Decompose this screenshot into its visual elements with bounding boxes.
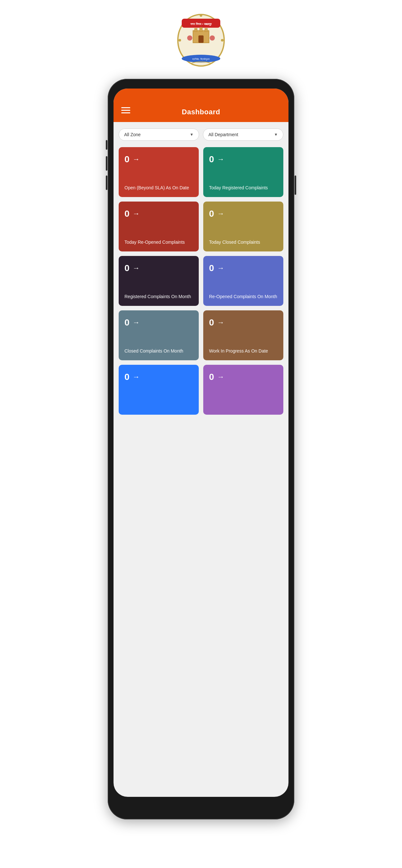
- card-arrow-icon: →: [133, 264, 140, 272]
- card-label: Today Registered Complaints: [209, 185, 277, 191]
- card-purple-bottom[interactable]: 0 →: [203, 365, 283, 415]
- phone-frame: Dashboard All Zone ▼ All Department ▼: [108, 79, 294, 819]
- card-label: Registered Complaints On Month: [125, 293, 193, 300]
- department-filter[interactable]: All Department ▼: [203, 128, 283, 141]
- svg-text:नगर निगम • जबलपुर: नगर निगम • जबलपुर: [190, 22, 212, 26]
- zone-filter-label: All Zone: [124, 132, 140, 137]
- svg-point-9: [210, 35, 215, 40]
- card-value-row: 0 →: [209, 209, 277, 219]
- card-value: 0: [209, 209, 214, 219]
- department-chevron-icon: ▼: [274, 132, 278, 137]
- card-label: Closed Complaints On Month: [125, 348, 193, 354]
- hamburger-line-3: [121, 112, 130, 113]
- department-filter-label: All Department: [208, 132, 238, 137]
- hamburger-menu-button[interactable]: [121, 107, 130, 113]
- svg-point-8: [187, 35, 192, 40]
- card-open-beyond-sla[interactable]: 0 → Open (Beyond SLA) As On Date: [119, 147, 199, 197]
- card-value: 0: [209, 372, 214, 382]
- card-arrow-icon: →: [133, 210, 140, 218]
- card-arrow-icon: →: [133, 318, 140, 327]
- card-value: 0: [209, 263, 214, 273]
- card-label: Open (Beyond SLA) As On Date: [125, 185, 193, 191]
- phone-screen: Dashboard All Zone ▼ All Department ▼: [113, 89, 289, 797]
- card-today-reopened[interactable]: 0 → Today Re-Opened Complaints: [119, 202, 199, 251]
- card-value: 0: [125, 209, 130, 219]
- card-value-row: 0 →: [125, 317, 193, 328]
- zone-chevron-icon: ▼: [190, 132, 194, 137]
- card-value: 0: [125, 317, 130, 328]
- card-arrow-icon: →: [217, 210, 225, 218]
- card-value: 0: [209, 154, 214, 164]
- logo-area: नगर निगम • जबलपुर श्रनिवेद. श्रियोमूलम: [175, 10, 227, 69]
- card-reopened-month[interactable]: 0 → Re-Opened Complaints On Month: [203, 256, 283, 306]
- card-label: Today Re-Opened Complaints: [125, 239, 193, 246]
- card-label: Re-Opened Complaints On Month: [209, 293, 277, 300]
- svg-rect-6: [205, 28, 207, 32]
- svg-rect-5: [200, 27, 202, 32]
- svg-rect-4: [195, 28, 197, 32]
- card-registered-month[interactable]: 0 → Registered Complaints On Month: [119, 256, 199, 306]
- card-arrow-icon: →: [133, 373, 140, 381]
- screen-content: All Zone ▼ All Department ▼ 0 → Open (Be…: [113, 122, 289, 421]
- card-value-row: 0 →: [125, 209, 193, 219]
- power-button: [106, 140, 107, 150]
- cards-grid: 0 → Open (Beyond SLA) As On Date 0 → Tod…: [119, 147, 283, 415]
- right-side-button: [295, 176, 296, 195]
- card-value-row: 0 →: [209, 154, 277, 164]
- card-value: 0: [209, 317, 214, 328]
- card-value-row: 0 →: [125, 372, 193, 382]
- svg-text:श्रनिवेद. श्रियोमूलम: श्रनिवेद. श्रियोमूलम: [192, 58, 210, 61]
- card-label: Today Closed Complaints: [209, 239, 277, 246]
- card-blue-bottom[interactable]: 0 →: [119, 365, 199, 415]
- page-title: Dashboard: [182, 108, 220, 116]
- volume-down-button: [106, 176, 107, 190]
- card-value-row: 0 →: [209, 372, 277, 382]
- svg-rect-7: [198, 35, 204, 43]
- svg-point-13: [178, 39, 181, 41]
- card-today-closed[interactable]: 0 → Today Closed Complaints: [203, 202, 283, 251]
- card-value-row: 0 →: [209, 263, 277, 273]
- card-value: 0: [125, 372, 130, 382]
- card-label: Work In Progress As On Date: [209, 348, 277, 354]
- filter-row: All Zone ▼ All Department ▼: [119, 128, 283, 141]
- card-value-row: 0 →: [125, 263, 193, 273]
- card-arrow-icon: →: [217, 155, 225, 163]
- card-value-row: 0 →: [125, 154, 193, 164]
- logo-image: नगर निगम • जबलपुर श्रनिवेद. श्रियोमूलम: [175, 10, 227, 69]
- card-arrow-icon: →: [217, 264, 225, 272]
- hamburger-line-2: [121, 110, 130, 111]
- card-work-in-progress[interactable]: 0 → Work In Progress As On Date: [203, 310, 283, 360]
- card-arrow-icon: →: [133, 155, 140, 163]
- svg-point-14: [221, 39, 224, 41]
- svg-point-15: [200, 14, 202, 17]
- card-closed-month[interactable]: 0 → Closed Complaints On Month: [119, 310, 199, 360]
- app-header: Dashboard: [113, 89, 289, 122]
- card-value: 0: [125, 154, 130, 164]
- zone-filter[interactable]: All Zone ▼: [119, 128, 199, 141]
- card-today-registered[interactable]: 0 → Today Registered Complaints: [203, 147, 283, 197]
- card-arrow-icon: →: [217, 373, 225, 381]
- card-value-row: 0 →: [209, 317, 277, 328]
- card-value: 0: [125, 263, 130, 273]
- card-arrow-icon: →: [217, 318, 225, 327]
- hamburger-line-1: [121, 107, 130, 108]
- volume-up-button: [106, 156, 107, 170]
